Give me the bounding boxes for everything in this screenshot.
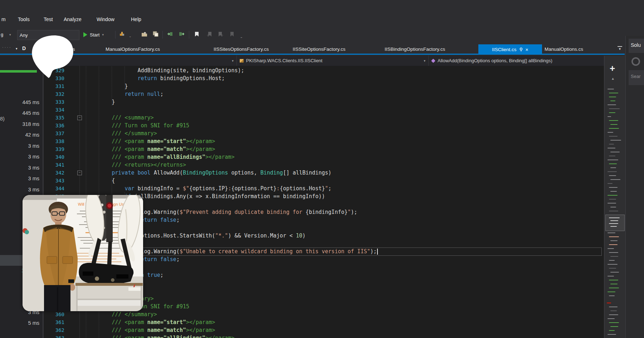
code-line-330[interactable]: 330 return bindingOptions.Host; bbox=[44, 74, 604, 82]
minimap-mark bbox=[610, 226, 617, 227]
minimap-mark bbox=[608, 148, 615, 148]
code-line-332[interactable]: 332 return null; bbox=[44, 90, 604, 98]
line-number: 332 bbox=[44, 90, 64, 98]
code-line-335[interactable]: 335 /// <summary> bbox=[44, 114, 604, 122]
code-line-334[interactable]: 334 bbox=[44, 106, 604, 114]
minimap-mark bbox=[609, 217, 620, 218]
step-over-icon[interactable] bbox=[178, 31, 185, 37]
minimap-mark bbox=[609, 295, 615, 296]
minimap-mark bbox=[609, 314, 618, 315]
code-line-360[interactable]: 360 /// </summary> bbox=[44, 310, 604, 318]
minimap-mark bbox=[609, 330, 615, 331]
minimap-mark bbox=[609, 252, 618, 253]
gear-icon[interactable] bbox=[631, 57, 640, 66]
minimap-mark bbox=[609, 120, 618, 121]
code-text: /// <param name="match"></param> bbox=[86, 145, 215, 153]
code-line-329[interactable]: 329 AddBinding(site, bindingOptions); bbox=[44, 67, 604, 74]
code-line-341[interactable]: 341 /// <returns></returns> bbox=[44, 161, 604, 169]
minimap-mark bbox=[610, 124, 618, 125]
code-line-338[interactable]: 338 /// <param name="start"></param> bbox=[44, 137, 604, 145]
tool-hammer-icon[interactable] bbox=[119, 31, 125, 37]
minimap-mark bbox=[610, 140, 621, 141]
menu-item-m[interactable]: m bbox=[0, 16, 7, 23]
menu-item-test[interactable]: Test bbox=[42, 16, 54, 23]
code-text: } bbox=[86, 82, 128, 90]
tab-iisbindingoptionsfactory-cs[interactable]: IISBindingOptionsFactory.cs bbox=[385, 46, 445, 52]
breadcrumb-segment-1[interactable]: PKISharp.WACS.Clients.IIS.IISClient▾ bbox=[237, 55, 429, 66]
tab-iissitesoptionsfactory-cs[interactable]: IISSitesOptionsFactory.cs bbox=[214, 46, 269, 52]
line-number: 361 bbox=[44, 318, 64, 326]
solution-search-box[interactable]: Sear bbox=[629, 70, 644, 85]
code-line-337[interactable]: 337 /// </summary> bbox=[44, 129, 604, 137]
pin-icon[interactable] bbox=[519, 48, 523, 52]
minimap-mark bbox=[608, 195, 618, 196]
step-into-icon[interactable] bbox=[167, 31, 173, 37]
toolbar-overflow-icon[interactable]: ₌ bbox=[240, 35, 242, 39]
chevron-down-icon[interactable]: ▾ bbox=[232, 59, 234, 63]
copy-windows-icon[interactable] bbox=[152, 31, 159, 37]
minimap-mark bbox=[610, 207, 616, 207]
minimap-mark bbox=[609, 211, 618, 211]
timing-row-prefix: 8) bbox=[0, 116, 5, 122]
menu-item-window[interactable]: Window bbox=[95, 16, 116, 23]
code-line-339[interactable]: 339 /// <param name="match"></param> bbox=[44, 145, 604, 153]
tab-iisclient[interactable]: IISClient.cs × bbox=[478, 44, 542, 55]
tab-manualoptionsfactory-cs[interactable]: ManualOptionsFactory.cs bbox=[106, 46, 160, 52]
menu-item-tools[interactable]: Tools bbox=[16, 16, 31, 23]
tab-iissiteoptionsfactory-cs[interactable]: IISSiteOptionsFactory.cs bbox=[293, 46, 346, 52]
line-number: 341 bbox=[44, 161, 64, 169]
code-text: /// <summary> bbox=[86, 114, 154, 122]
code-line-344[interactable]: 344 var bindingInfo = $"{options.IP}:{op… bbox=[44, 185, 604, 192]
minimap-plus-icon[interactable]: + bbox=[610, 64, 615, 73]
next-bookmark-icon[interactable] bbox=[218, 31, 224, 37]
tool-hammer-chevron-icon[interactable]: ⌄ bbox=[129, 34, 132, 38]
breadcrumb-text: PKISharp.WACS.Clients.IIS.IISClient bbox=[246, 58, 322, 63]
tab-list-overflow-icon[interactable]: ▼ bbox=[618, 46, 622, 51]
code-line-361[interactable]: 361 /// <param name="start"></param> bbox=[44, 318, 604, 326]
menu-item-help[interactable]: Help bbox=[130, 16, 143, 23]
collapse-region-icon[interactable]: – bbox=[77, 171, 82, 175]
debug-combo-fragment[interactable]: g bbox=[1, 32, 3, 37]
breadcrumb: wacs▾PKISharp.WACS.Clients.IIS.IISClient… bbox=[37, 55, 625, 66]
folder-export-icon[interactable] bbox=[141, 31, 147, 37]
debug-combo-caret[interactable]: ▾ bbox=[9, 33, 11, 36]
start-button[interactable]: Start ▾ bbox=[83, 30, 104, 39]
code-line-333[interactable]: 333 } bbox=[44, 98, 604, 106]
minimap-mark bbox=[608, 171, 617, 172]
tab-well-caret-icon[interactable]: ▾ bbox=[16, 47, 18, 50]
minimap-mark bbox=[609, 108, 620, 109]
minimap-viewport[interactable] bbox=[605, 215, 625, 231]
minimap-mark bbox=[608, 116, 611, 117]
timing-row: 3 ms bbox=[0, 154, 39, 160]
breadcrumb-text: AllowAdd(BindingOptions options, Binding… bbox=[438, 58, 552, 63]
chevron-down-icon[interactable]: ▾ bbox=[424, 59, 425, 63]
minimap-mark bbox=[609, 280, 618, 280]
clear-bookmark-icon[interactable] bbox=[229, 31, 235, 37]
code-line-343[interactable]: 343 { bbox=[44, 177, 604, 185]
code-text: /// Turn on SNI for #915 bbox=[86, 122, 189, 129]
breadcrumb-segment-2[interactable]: AllowAdd(BindingOptions options, Binding… bbox=[429, 55, 625, 66]
close-tab-icon[interactable]: × bbox=[526, 47, 528, 53]
code-line-342[interactable]: 342 private bool AllowAdd(BindingOptions… bbox=[44, 169, 604, 177]
code-line-331[interactable]: 331 } bbox=[44, 82, 604, 90]
code-line-363[interactable]: 363 /// <param name="allBindings"></para… bbox=[44, 334, 604, 338]
bookmark-icon[interactable] bbox=[194, 31, 200, 37]
minimap-mark bbox=[610, 191, 617, 192]
code-text: private bool AllowAdd(BindingOptions opt… bbox=[86, 169, 331, 177]
tab-manualoptions-cs[interactable]: ManualOptions.cs bbox=[545, 46, 583, 52]
code-line-336[interactable]: 336 /// Turn on SNI for #915 bbox=[44, 122, 604, 129]
minimap-mark bbox=[609, 322, 619, 323]
scroll-up-icon[interactable]: ▲ bbox=[611, 77, 615, 80]
collapse-region-icon[interactable]: – bbox=[77, 116, 82, 120]
code-line-340[interactable]: 340 /// <param name="allBindings"></para… bbox=[44, 153, 604, 161]
minimap-mark bbox=[609, 244, 618, 245]
prev-bookmark-icon[interactable] bbox=[206, 31, 213, 37]
menu-item-analyze[interactable]: Analyze bbox=[62, 16, 83, 23]
start-caret-icon: ▾ bbox=[102, 33, 104, 36]
minimap-mark bbox=[608, 292, 615, 292]
minimap-mark bbox=[608, 276, 614, 276]
code-line-362[interactable]: 362 /// <param name="match"></param> bbox=[44, 326, 604, 334]
toolbar-separator bbox=[162, 31, 163, 39]
minimap-scrollbar[interactable]: + ▲ bbox=[605, 56, 625, 338]
minimap-mark bbox=[610, 240, 618, 241]
